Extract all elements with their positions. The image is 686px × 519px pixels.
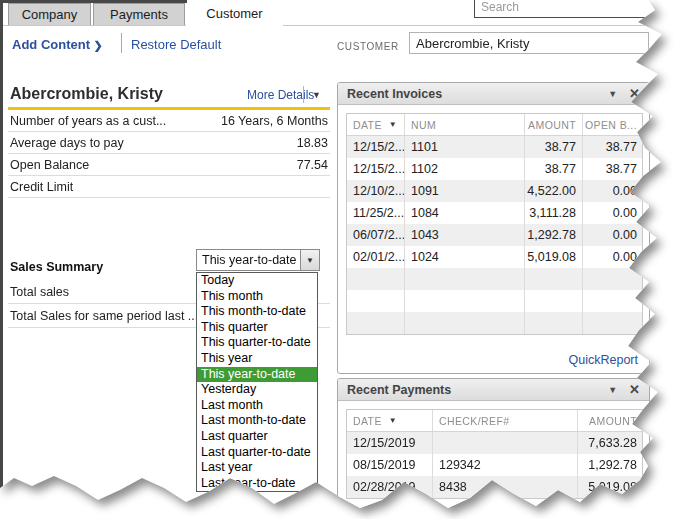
dropdown-option[interactable]: This month: [197, 289, 317, 305]
column-label: DATE: [353, 119, 382, 131]
collapse-icon[interactable]: ▼: [608, 385, 617, 395]
cell-amount: 4,522.00: [524, 180, 582, 202]
dropdown-option[interactable]: Last year: [197, 460, 317, 476]
stat-row-years: Number of years as a cust...16 Years, 6 …: [8, 110, 330, 132]
dropdown-option[interactable]: This year: [197, 351, 317, 367]
cell-date: 08/15/2019: [347, 454, 432, 476]
cell-date: 11/25/2...: [347, 202, 404, 224]
sales-summary-title: Sales Summary: [10, 260, 103, 274]
stat-value: 16 Years, 6 Months: [221, 114, 328, 128]
close-icon[interactable]: ✕: [629, 382, 640, 397]
more-details-link[interactable]: More Details: [247, 88, 314, 102]
torn-screenshot-wrapper: Company Payments Customer Add Content ❯ …: [0, 0, 686, 519]
table-row[interactable]: 12/15/20197,633.28: [347, 432, 642, 454]
table-row[interactable]: 08/15/20191293421,292.78: [347, 454, 642, 476]
cell-amount: 1,292.78: [577, 454, 642, 476]
table-row[interactable]: 11/25/2...10843,111.280.00: [347, 202, 642, 224]
stat-label: Number of years as a cust...: [10, 114, 166, 128]
chevron-down-icon[interactable]: ▼: [300, 250, 319, 270]
column-header-checkref[interactable]: CHECK/REF#: [432, 410, 577, 431]
customer-name-field[interactable]: [409, 32, 649, 54]
close-icon[interactable]: ✕: [629, 86, 640, 101]
cell-date: 12/15/2...: [347, 136, 404, 158]
recent-invoices-title: Recent Invoices: [347, 87, 442, 101]
column-header-date[interactable]: DATE▼: [347, 410, 432, 431]
dropdown-option[interactable]: Last quarter-to-date: [197, 445, 317, 461]
restore-default-button[interactable]: Restore Default: [131, 37, 221, 52]
customer-field-label: CUSTOMER: [337, 41, 399, 52]
cell-amount: 38.77: [524, 158, 582, 180]
table-row[interactable]: 06/07/2...10431,292.780.00: [347, 224, 642, 246]
cell-open-balance: 38.77: [582, 136, 642, 158]
cell-date: 02/28/2019: [347, 476, 432, 498]
window-top-edge: [0, 0, 187, 3]
add-content-button[interactable]: Add Content ❯: [12, 37, 103, 52]
tab-customer[interactable]: Customer: [186, 0, 283, 26]
table-row[interactable]: 02/28/201984385,019.08: [347, 476, 642, 498]
cell-num: 1024: [404, 246, 524, 268]
stat-value: 77.54: [297, 158, 328, 172]
stat-row-avg-days: Average days to pay18.83: [8, 132, 330, 154]
search-input[interactable]: [474, 0, 662, 18]
toolbar-separator: [121, 33, 122, 53]
dropdown-option[interactable]: Last month-to-date: [197, 413, 317, 429]
dropdown-option[interactable]: Today: [197, 273, 317, 289]
dropdown-option[interactable]: Last quarter: [197, 429, 317, 445]
cell-checkref: 8438: [432, 476, 577, 498]
dropdown-option[interactable]: Last year-to-date: [197, 476, 317, 492]
recent-invoices-panel: Recent Invoices ▼ ✕ DATE▼ NUM AMOUNT OPE…: [337, 82, 650, 374]
column-label: DATE: [353, 415, 382, 427]
stat-row-credit-limit: Credit Limit: [8, 176, 330, 198]
cell-amount: 7,633.28: [577, 432, 642, 454]
cell-open-balance: 0.00: [582, 180, 642, 202]
table-row-empty: [347, 290, 642, 312]
sort-arrow-icon: ▼: [389, 120, 397, 129]
stat-row-open-balance: Open Balance77.54: [8, 154, 330, 176]
period-dropdown-value: This year-to-date: [197, 250, 300, 270]
add-content-label: Add Content: [12, 37, 90, 52]
cell-num: 1101: [404, 136, 524, 158]
invoices-table: DATE▼ NUM AMOUNT OPEN B... 12/15/2...110…: [346, 113, 643, 335]
heading-menu-arrow-icon[interactable]: ▼: [312, 90, 321, 100]
period-dropdown[interactable]: This year-to-date ▼: [196, 249, 320, 271]
column-header-date[interactable]: DATE▼: [347, 114, 404, 135]
dropdown-option[interactable]: This month-to-date: [197, 304, 317, 320]
tab-payments[interactable]: Payments: [93, 3, 185, 25]
cell-open-balance: 0.00: [582, 202, 642, 224]
cell-amount: 5,019.08: [577, 476, 642, 498]
cell-date: 12/15/2...: [347, 158, 404, 180]
dropdown-option[interactable]: Last month: [197, 398, 317, 414]
heading-separator: [303, 86, 304, 103]
table-row[interactable]: 02/01/2...10245,019.080.00: [347, 246, 642, 268]
table-row[interactable]: 12/15/2...110238.7738.77: [347, 158, 642, 180]
dropdown-option[interactable]: This quarter-to-date: [197, 335, 317, 351]
cell-amount: 1,292.78: [524, 224, 582, 246]
cell-amount: 38.77: [524, 136, 582, 158]
cell-date: 06/07/2...: [347, 224, 404, 246]
collapse-icon[interactable]: ▼: [608, 89, 617, 99]
stat-value: 18.83: [297, 136, 328, 150]
column-header-amount[interactable]: AMOUNT: [577, 410, 642, 431]
dropdown-option-selected[interactable]: This year-to-date: [197, 367, 317, 383]
recent-payments-panel: Recent Payments ▼ ✕ DATE▼ CHECK/REF# AMO…: [337, 378, 650, 519]
dropdown-option[interactable]: This quarter: [197, 320, 317, 336]
dropdown-option[interactable]: Yesterday: [197, 382, 317, 398]
column-header-num[interactable]: NUM: [404, 114, 524, 135]
cell-num: 1091: [404, 180, 524, 202]
column-header-open-balance[interactable]: OPEN B...: [582, 114, 642, 135]
payments-table: DATE▼ CHECK/REF# AMOUNT 12/15/20197,633.…: [346, 409, 643, 499]
tab-company[interactable]: Company: [8, 3, 91, 25]
window-left-edge: [0, 0, 3, 519]
sales-row-label: Total Sales for same period last ...: [10, 309, 198, 323]
table-row[interactable]: 12/15/2...110138.7738.77: [347, 136, 642, 158]
dashboard-sheet: Company Payments Customer Add Content ❯ …: [0, 0, 686, 519]
tabbar-divider: [0, 25, 686, 26]
cell-open-balance: 0.00: [582, 246, 642, 268]
quickreport-link[interactable]: QuickReport: [569, 353, 638, 367]
cell-date: 12/10/2...: [347, 180, 404, 202]
recent-invoices-header: Recent Invoices ▼ ✕: [338, 83, 649, 105]
column-header-amount[interactable]: AMOUNT: [524, 114, 582, 135]
invoices-table-header: DATE▼ NUM AMOUNT OPEN B...: [347, 114, 642, 136]
cell-num: 1084: [404, 202, 524, 224]
table-row[interactable]: 12/10/2...10914,522.000.00: [347, 180, 642, 202]
